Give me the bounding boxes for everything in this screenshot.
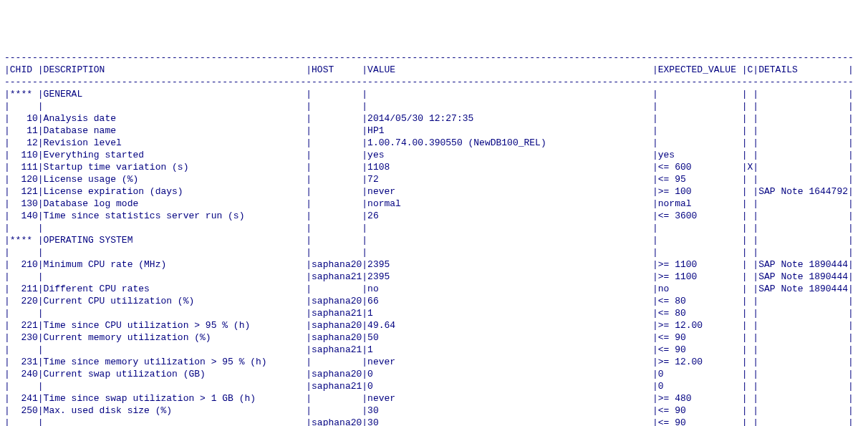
table-row: | 130|Database log mode | |normal |norma…: [4, 198, 864, 210]
section-row: |**** |GENERAL | | | | | |: [4, 88, 864, 100]
table-row: | 111|Startup time variation (s) | |1108…: [4, 161, 864, 173]
table-row: | 10|Analysis date | |2014/05/30 12:27:3…: [4, 112, 864, 125]
table-row: | 120|License usage (%) | |72 |<= 95 | |…: [4, 173, 864, 185]
table-row: | 220|Current CPU utilization (%) |sapha…: [4, 295, 864, 307]
empty-row: | | | | | | | |: [4, 246, 864, 258]
table-row: | | |saphana21|0 |0 | | |: [4, 380, 864, 392]
table-row: | | |saphana21|1 |<= 80 | | |: [4, 307, 864, 319]
table-row: | 210|Minimum CPU rate (MHz) |saphana20|…: [4, 258, 864, 271]
table-row: | | |saphana20|30 |<= 90 | | |: [4, 417, 864, 426]
table-row: | 140|Time since statistics server run (…: [4, 210, 864, 222]
table-row: | 110|Everything started | |yes |yes | |…: [4, 149, 864, 161]
table-row: | 11|Database name | |HP1 | | | |: [4, 125, 864, 137]
empty-row: | | | | | | | |: [4, 100, 864, 112]
table-row: | 241|Time since swap utilization > 1 GB…: [4, 392, 864, 405]
divider-row: ----------------------------------------…: [4, 76, 864, 88]
table-row: | 230|Current memory utilization (%) |sa…: [4, 331, 864, 344]
table-row: | 211|Different CPU rates | |no |no | |S…: [4, 283, 864, 295]
header-row: |CHID |DESCRIPTION |HOST |VALUE |EXPECTE…: [4, 64, 864, 76]
section-row: |**** |OPERATING SYSTEM | | | | | |: [4, 234, 864, 246]
table-row: | | |saphana21|1 |<= 90 | | |: [4, 344, 864, 356]
divider-row: ----------------------------------------…: [4, 52, 864, 64]
table-row: | 250|Max. used disk size (%) | |30 |<= …: [4, 405, 864, 417]
table-row: | 12|Revision level | |1.00.74.00.390550…: [4, 137, 864, 149]
table-row: | | |saphana21|2395 |>= 1100 | |SAP Note…: [4, 271, 864, 283]
table-row: | 221|Time since CPU utilization > 95 % …: [4, 319, 864, 331]
table-row: | 231|Time since memory utilization > 95…: [4, 356, 864, 368]
table-row: | 240|Current swap utilization (GB) |sap…: [4, 368, 864, 380]
terminal-output: ----------------------------------------…: [4, 52, 864, 426]
table-row: | 121|License expiration (days) | |never…: [4, 185, 864, 198]
empty-row: | | | | | | | |: [4, 222, 864, 234]
